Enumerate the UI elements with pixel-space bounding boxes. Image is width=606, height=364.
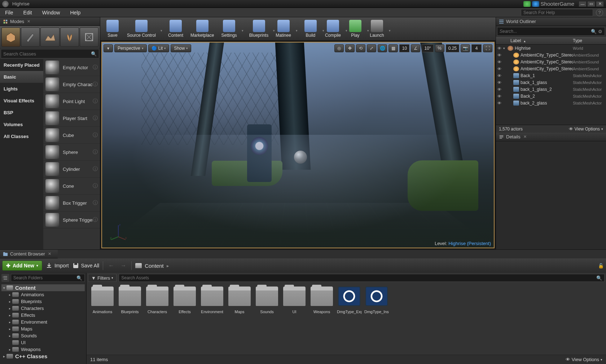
- outliner-col-label[interactable]: Label▲: [496, 38, 573, 43]
- info-icon[interactable]: ⓘ: [93, 183, 98, 189]
- modes-tab-close-icon[interactable]: ✕: [27, 19, 30, 24]
- breadcrumb-root[interactable]: Content: [145, 263, 164, 269]
- toolbar-save-button[interactable]: Save: [102, 18, 123, 40]
- visibility-icon[interactable]: 👁: [497, 87, 503, 92]
- toolbar-settings-button[interactable]: Settings▾: [218, 18, 240, 40]
- toolbar-matinee-button[interactable]: Matinee▾: [272, 18, 295, 40]
- mode-foliage-button[interactable]: [60, 27, 79, 47]
- transform-select-icon[interactable]: ◎: [334, 44, 344, 52]
- tree-item[interactable]: ▸Effects: [1, 312, 85, 319]
- asset-item[interactable]: UI: [281, 286, 307, 315]
- visibility-icon[interactable]: 👁: [497, 46, 503, 50]
- expand-icon[interactable]: ▾: [1, 286, 6, 290]
- add-new-button[interactable]: ✚ Add New ▾: [2, 261, 42, 271]
- camera-speed-icon[interactable]: 📷: [461, 44, 470, 52]
- asset-search-input[interactable]: [121, 275, 596, 280]
- source-control-badge-icon[interactable]: [532, 1, 539, 7]
- breadcrumb[interactable]: Content ▸: [135, 263, 169, 269]
- details-tab[interactable]: Details ✕: [496, 133, 606, 141]
- minimize-button[interactable]: —: [579, 1, 587, 7]
- viewport-show-button[interactable]: Show▾: [171, 44, 191, 52]
- info-icon[interactable]: ⓘ: [93, 115, 98, 121]
- expand-icon[interactable]: ▸: [7, 293, 12, 297]
- outliner-row[interactable]: 👁Back_1StaticMeshActor: [496, 72, 606, 79]
- help-icon[interactable]: ?: [596, 9, 603, 16]
- tree-item[interactable]: ▸Blueprints: [1, 298, 85, 305]
- category-visual-effects[interactable]: Visual Effects: [0, 95, 43, 107]
- placeable-item[interactable]: Box Triggerⓘ: [43, 195, 100, 212]
- menu-window[interactable]: Window: [37, 8, 65, 17]
- scale-snap-toggle-icon[interactable]: %: [435, 44, 444, 52]
- placeable-item[interactable]: Empty Characterⓘ: [43, 76, 100, 93]
- visibility-icon[interactable]: 👁: [497, 67, 503, 71]
- outliner-tab[interactable]: World Outliner: [496, 17, 606, 26]
- details-tab-close-icon[interactable]: ✕: [523, 134, 527, 139]
- asset-item[interactable]: DmgType_Explosion: [336, 286, 362, 315]
- outliner-search-options-icon[interactable]: ⚙: [598, 29, 602, 34]
- placeable-item[interactable]: Coneⓘ: [43, 178, 100, 195]
- expand-icon[interactable]: ▸: [7, 327, 12, 331]
- toolbar-play-button[interactable]: Play▾: [344, 18, 366, 40]
- category-recently-placed[interactable]: Recently Placed: [0, 59, 43, 71]
- expand-icon[interactable]: ▸: [7, 348, 12, 351]
- outliner-row[interactable]: 👁back_1_glassStaticMeshActor: [496, 79, 606, 86]
- visibility-icon[interactable]: 👁: [497, 94, 503, 98]
- placeable-item[interactable]: Cylinderⓘ: [43, 161, 100, 178]
- tree-item[interactable]: ▸Animations: [1, 291, 85, 298]
- nav-forward-button[interactable]: →: [119, 262, 128, 269]
- tree-item[interactable]: ▸Weapons: [1, 346, 85, 353]
- info-icon[interactable]: ⓘ: [93, 98, 98, 105]
- save-all-button[interactable]: Save All: [73, 262, 100, 269]
- modes-search-input[interactable]: [3, 51, 91, 57]
- expand-icon[interactable]: ▸: [7, 307, 12, 310]
- info-icon[interactable]: ⓘ: [93, 217, 98, 223]
- scale-snap-value[interactable]: 0.25: [446, 44, 459, 52]
- viewport-perspective-button[interactable]: Perspective▾: [114, 44, 147, 52]
- placeable-item[interactable]: Empty Actorⓘ: [43, 59, 100, 76]
- outliner-row[interactable]: 👁Back_2StaticMeshActor: [496, 93, 606, 99]
- folder-search-input[interactable]: [13, 275, 76, 280]
- visibility-icon[interactable]: 👁: [497, 74, 503, 78]
- level-name-link[interactable]: Highrise (Persistent): [448, 241, 491, 246]
- asset-item[interactable]: Blueprints: [117, 286, 143, 315]
- coord-space-icon[interactable]: 🌐: [378, 44, 387, 52]
- tree-item[interactable]: UI: [1, 339, 85, 346]
- asset-search[interactable]: 🔍: [119, 274, 605, 282]
- expand-icon[interactable]: ▸: [7, 314, 12, 317]
- visibility-icon[interactable]: 👁: [497, 101, 503, 105]
- content-view-options[interactable]: 👁 View Options▾: [566, 357, 602, 362]
- toolbar-content-button[interactable]: Content: [164, 18, 187, 40]
- content-browser-tab-close-icon[interactable]: ✕: [48, 252, 51, 256]
- outliner-row[interactable]: 👁back_1_glass_2StaticMeshActor: [496, 86, 606, 93]
- toolbar-compile-button[interactable]: Compile▾: [321, 18, 344, 40]
- outliner-row[interactable]: 👁AmbientCity_TypeD_Stereo_AmbientSound: [496, 65, 606, 72]
- outliner-header[interactable]: Label▲ Type: [496, 37, 606, 45]
- visibility-icon[interactable]: 👁: [497, 53, 503, 57]
- menu-edit[interactable]: Edit: [18, 8, 37, 17]
- expand-icon[interactable]: ▸: [7, 320, 12, 324]
- category-all-classes[interactable]: All Classes: [0, 130, 43, 142]
- transform-rotate-icon[interactable]: ⟲: [356, 44, 365, 52]
- chevron-right-icon[interactable]: ▸: [167, 263, 169, 268]
- tree-item[interactable]: ▸Environment: [1, 319, 85, 325]
- maximize-button[interactable]: ▭: [587, 1, 595, 7]
- tree-item[interactable]: ▸Characters: [1, 305, 85, 312]
- expand-icon[interactable]: ▸: [7, 300, 12, 303]
- notification-badge-icon[interactable]: [523, 1, 531, 7]
- tree-item[interactable]: ▸Sounds: [1, 332, 85, 339]
- placeable-item[interactable]: Sphere Triggerⓘ: [43, 212, 100, 228]
- sources-toggle-button[interactable]: [1, 274, 9, 282]
- placeable-item[interactable]: Sphereⓘ: [43, 144, 100, 161]
- nav-back-button[interactable]: ←: [107, 262, 115, 269]
- lock-icon[interactable]: 🔓: [598, 263, 604, 268]
- asset-item[interactable]: Characters: [144, 286, 170, 315]
- asset-item[interactable]: Effects: [172, 286, 198, 315]
- outliner-row[interactable]: 👁AmbientCity_TypeC_Stereo_2AmbientSound: [496, 58, 606, 65]
- mode-paint-button[interactable]: [21, 27, 40, 47]
- outliner-row[interactable]: 👁back_2_glassStaticMeshActor: [496, 99, 606, 106]
- visibility-icon[interactable]: 👁: [497, 60, 503, 64]
- tree-item[interactable]: ▸Maps: [1, 325, 85, 332]
- info-icon[interactable]: ⓘ: [93, 132, 98, 138]
- expand-icon[interactable]: ▸: [7, 334, 12, 338]
- transform-move-icon[interactable]: ✥: [345, 44, 355, 52]
